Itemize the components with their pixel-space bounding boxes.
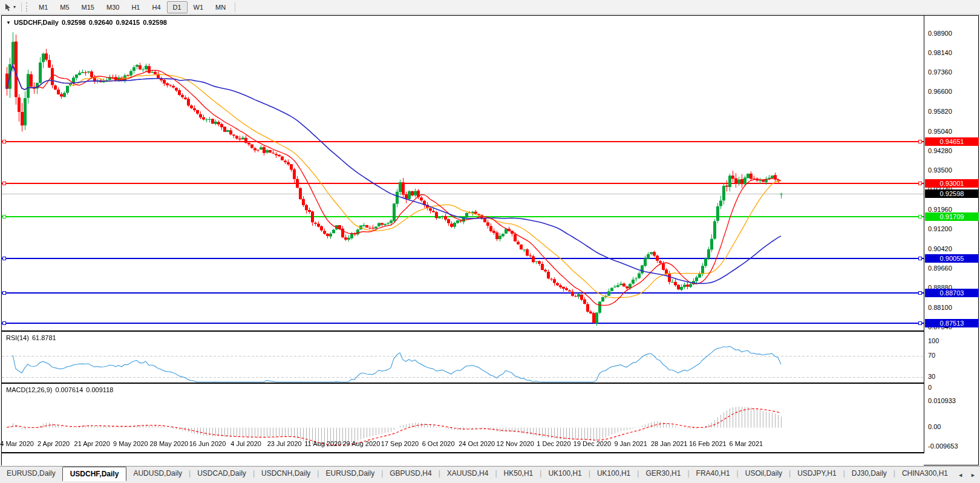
price-axis-label: 0.90420 xyxy=(928,245,979,253)
chart-tab-uk100-h1[interactable]: UK100,H1 xyxy=(541,467,588,480)
chart-tab-ger30-h1[interactable]: GER30,H1 xyxy=(639,467,687,480)
date-axis-label: 29 Aug 2020 xyxy=(342,440,380,447)
macd-axis-label: -0.009653 xyxy=(928,442,980,450)
timeframe-buttons: M1M5M15M30H1H4D1W1MN xyxy=(33,1,232,13)
hline-price-badge: 0.91709 xyxy=(925,212,979,221)
hline-price-badge: 0.90055 xyxy=(925,254,979,263)
timeframe-button-mn[interactable]: MN xyxy=(209,1,232,13)
chart-tab-usdjpy-h1[interactable]: USDJPY,H1 xyxy=(791,467,843,480)
chart-tab-dj30-daily[interactable]: DJ30,Daily xyxy=(845,467,893,480)
timeframe-button-h1[interactable]: H1 xyxy=(125,1,146,13)
timeframe-button-m5[interactable]: M5 xyxy=(54,1,75,13)
date-axis-label: 4 Jul 2020 xyxy=(230,440,261,447)
chart-tab-xauusd-h4[interactable]: XAUUSD,H4 xyxy=(440,467,495,480)
date-axis-label: 28 May 2020 xyxy=(150,440,189,447)
cursor-arrow-icon xyxy=(4,3,12,12)
date-axis-label: 17 Sep 2020 xyxy=(381,440,419,447)
chart-tab-usoil-daily[interactable]: USOil,Daily xyxy=(739,467,789,480)
timeframe-button-d1[interactable]: D1 xyxy=(167,1,188,13)
ohlc-close: 0.92598 xyxy=(143,19,167,26)
chart-tab-china300-h1[interactable]: CHINA300,H1 xyxy=(895,467,955,480)
toolbar-separator xyxy=(21,2,22,12)
hline-price-badge: 0.93001 xyxy=(925,179,979,188)
macd-axis-label: 0.00 xyxy=(928,423,980,431)
rsi-axis-label: 100 xyxy=(928,337,980,345)
toolbar-grip[interactable] xyxy=(26,2,29,12)
date-axis-label: 11 Aug 2020 xyxy=(304,440,341,447)
hline-price-badge: 0.87513 xyxy=(925,319,979,327)
price-axis-label: 0.98140 xyxy=(928,49,979,57)
chart-collapse-icon[interactable]: ▼ xyxy=(6,20,11,25)
price-axis-label: 0.96600 xyxy=(928,88,979,96)
date-axis-label: 14 Mar 2020 xyxy=(0,440,34,447)
price-axis-label: 0.95820 xyxy=(928,108,979,116)
chart-tab-eurusd-daily[interactable]: EURUSD,Daily xyxy=(319,467,381,480)
chart-tab-eurusd-daily[interactable]: EURUSD,Daily xyxy=(0,467,62,480)
price-axis-border xyxy=(924,16,924,453)
chart-tab-usdchf-daily[interactable]: USDCHF,Daily xyxy=(62,467,127,481)
ohlc-low: 0.92415 xyxy=(116,19,140,26)
date-axis-label: 2 Apr 2020 xyxy=(38,440,70,447)
date-axis-label: 9 Jan 2021 xyxy=(614,440,647,447)
price-axis-label: 0.98900 xyxy=(928,30,979,38)
date-axis-label: 6 Oct 2020 xyxy=(422,440,455,447)
chart-symbol-label: USDCHF,Daily xyxy=(14,19,59,26)
chart-tab-gbpusd-h4[interactable]: GBPUSD,H4 xyxy=(383,467,438,480)
chart-tab-uk100-h1[interactable]: UK100,H1 xyxy=(590,467,637,480)
macd-axis-label: 0.010933 xyxy=(928,397,980,405)
price-chart-canvas[interactable] xyxy=(2,16,924,330)
timeframe-button-w1[interactable]: W1 xyxy=(188,1,210,13)
rsi-pane: RSI(14)61.8781 xyxy=(2,332,924,384)
chart-window: ▼ USDCHF,Daily 0.92598 0.92640 0.92415 0… xyxy=(1,15,979,465)
date-axis-label: 9 May 2020 xyxy=(113,440,148,447)
chart-tab-usdcad-daily[interactable]: USDCAD,Daily xyxy=(191,467,253,480)
chart-title: ▼ USDCHF,Daily 0.92598 0.92640 0.92415 0… xyxy=(6,19,167,26)
cursor-tool-button[interactable]: ▾ xyxy=(2,2,18,13)
tab-scroll-right-icon[interactable]: ► xyxy=(969,471,978,479)
price-axis-label: 0.94280 xyxy=(928,147,979,155)
date-axis[interactable] xyxy=(2,453,924,465)
chart-tab-audusd-daily[interactable]: AUDUSD,Daily xyxy=(126,467,189,480)
chart-tab-fra40-h1[interactable]: FRA40,H1 xyxy=(690,467,737,480)
date-axis-label: 1 Dec 2020 xyxy=(537,440,570,447)
rsi-axis-label: 70 xyxy=(928,352,980,360)
tab-scroll-controls: ◄► xyxy=(953,467,980,483)
rsi-label: RSI(14)61.8781 xyxy=(6,334,56,341)
price-axis-label: 0.91200 xyxy=(928,225,979,233)
date-axis-label: 23 Jul 2020 xyxy=(267,440,302,447)
date-axis-label: 16 Jun 2020 xyxy=(189,440,226,447)
timeframe-button-m30[interactable]: M30 xyxy=(100,1,125,13)
date-axis-label: 28 Jan 2021 xyxy=(651,440,688,447)
date-axis-label: 16 Feb 2021 xyxy=(689,440,727,447)
chart-tab-hk50-h1[interactable]: HK50,H1 xyxy=(497,467,540,480)
chart-tab-bar: EURUSD,DailyUSDCHF,DailyAUDUSD,Daily|USD… xyxy=(0,466,980,483)
date-axis-label: 6 Mar 2021 xyxy=(730,440,763,447)
price-axis-label: 0.97360 xyxy=(928,68,979,76)
chevron-down-icon: ▾ xyxy=(13,4,16,10)
ohlc-open: 0.92598 xyxy=(62,19,86,26)
price-axis-label: 0.89660 xyxy=(928,264,979,272)
timeframe-button-m1[interactable]: M1 xyxy=(33,1,54,13)
date-axis-label: 21 Apr 2020 xyxy=(74,440,110,447)
rsi-axis-label: 30 xyxy=(928,373,980,381)
date-axis-label: 19 Dec 2020 xyxy=(573,440,611,447)
hline-price-badge: 0.94651 xyxy=(925,137,979,146)
timeframe-button-m15[interactable]: M15 xyxy=(76,1,100,13)
tab-scroll-left-icon[interactable]: ◄ xyxy=(956,471,965,479)
timeframe-toolbar: ▾ M1M5M15M30H1H4D1W1MN xyxy=(0,0,980,15)
date-axis-label: 12 Nov 2020 xyxy=(497,440,534,447)
hline-price-badge: 0.88703 xyxy=(925,289,979,297)
macd-label: MACD(12,26,9)0.0076140.009118 xyxy=(6,386,113,393)
chart-tab-usdcnh-daily[interactable]: USDCNH,Daily xyxy=(255,467,317,480)
ohlc-high: 0.92640 xyxy=(89,19,113,26)
rsi-axis-label: 0 xyxy=(928,384,980,392)
date-axis-label: 24 Oct 2020 xyxy=(459,440,495,447)
price-axis-label: 0.95040 xyxy=(928,128,979,136)
rsi-canvas[interactable] xyxy=(2,332,924,383)
price-pane: ▼ USDCHF,Daily 0.92598 0.92640 0.92415 0… xyxy=(2,16,924,332)
toolbar-separator xyxy=(235,2,235,12)
current-price-badge: 0.92598 xyxy=(925,189,979,198)
price-axis-label: 0.93500 xyxy=(928,166,979,174)
price-axis-label: 0.88100 xyxy=(928,304,979,312)
timeframe-button-h4[interactable]: H4 xyxy=(146,1,166,13)
